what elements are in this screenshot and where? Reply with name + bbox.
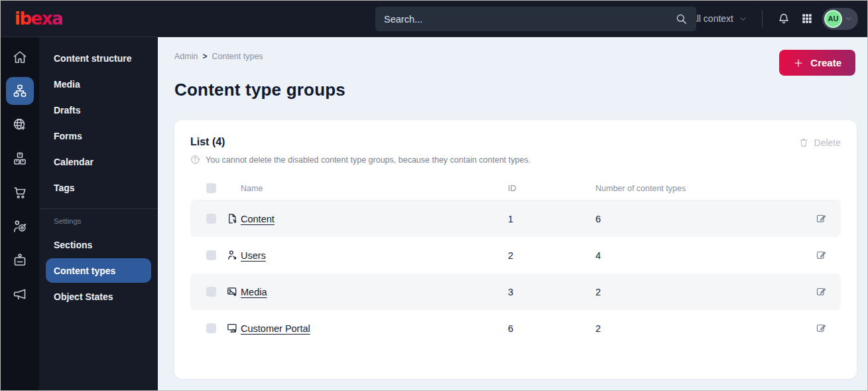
content-tree-icon xyxy=(12,83,28,99)
edit-button[interactable] xyxy=(814,285,841,299)
group-link-content[interactable]: Content xyxy=(241,214,275,224)
ibexa-logo[interactable]: ibexa xyxy=(14,7,75,31)
edit-button[interactable] xyxy=(814,248,841,262)
breadcrumb-current: Content types xyxy=(212,52,263,61)
main-content: Admin > Content types Create Content typ… xyxy=(158,37,867,390)
app-switcher-button[interactable] xyxy=(800,11,814,26)
sidebar-item-calendar[interactable]: Calendar xyxy=(39,149,158,175)
row-checkbox[interactable] xyxy=(206,250,216,260)
plus-icon xyxy=(793,58,804,68)
home-icon xyxy=(12,49,28,65)
sidebar-section-label: Settings xyxy=(39,216,158,232)
ibexa-admin-window: ibexa Site: All context xyxy=(0,0,868,391)
content-file-icon xyxy=(226,212,241,225)
content-type-groups-table: Name ID Number of content types Content … xyxy=(190,177,841,347)
trash-icon xyxy=(798,137,809,148)
group-id: 3 xyxy=(508,287,595,297)
group-link-media[interactable]: Media xyxy=(241,287,267,297)
bell-icon xyxy=(777,12,790,25)
hint-text: You cannot delete the disabled content t… xyxy=(206,155,530,165)
nav-dashboard[interactable] xyxy=(1,40,39,74)
marketing-megaphone-icon xyxy=(12,286,28,302)
group-link-customer-portal[interactable]: Customer Portal xyxy=(241,323,310,334)
row-checkbox[interactable] xyxy=(206,323,216,333)
sidebar-item-media[interactable]: Media xyxy=(39,71,158,97)
create-button-label: Create xyxy=(810,57,841,68)
site-globe-icon xyxy=(12,117,28,133)
edit-button[interactable] xyxy=(814,321,841,335)
breadcrumb: Admin > Content types xyxy=(174,50,857,62)
sidebar-item-content-types[interactable]: Content types xyxy=(46,258,151,283)
top-bar: ibexa Site: All context xyxy=(1,1,867,37)
sidebar-item-tags[interactable]: Tags xyxy=(39,175,158,200)
search-icon xyxy=(675,13,688,25)
customer-portal-icon xyxy=(226,322,241,335)
sidebar-item-forms[interactable]: Forms xyxy=(39,123,158,149)
table-row: Content 1 6 xyxy=(190,200,841,237)
column-header-count: Number of content types xyxy=(595,184,814,193)
content-type-groups-card: List (4) Delete You cannot delete the di… xyxy=(174,120,857,379)
grid-apps-icon xyxy=(801,13,813,25)
page-title: Content type groups xyxy=(174,79,857,100)
nav-marketing[interactable] xyxy=(1,277,39,311)
row-checkbox[interactable] xyxy=(206,214,216,224)
chevron-down-icon xyxy=(845,15,853,23)
table-row: Users 2 4 xyxy=(190,237,841,274)
select-all-checkbox[interactable] xyxy=(206,183,216,193)
table-row: Media 3 2 xyxy=(190,274,841,310)
nav-site[interactable] xyxy=(1,108,39,141)
sidebar-item-sections[interactable]: Sections xyxy=(39,232,158,258)
user-menu[interactable]: AU xyxy=(822,8,858,30)
group-id: 1 xyxy=(508,214,595,224)
nav-commerce[interactable] xyxy=(1,175,39,209)
hint-row: You cannot delete the disabled content t… xyxy=(190,155,841,165)
column-header-id: ID xyxy=(508,184,595,193)
nav-personalization[interactable] xyxy=(1,209,39,243)
top-bar-divider xyxy=(762,10,763,27)
breadcrumb-separator: > xyxy=(202,52,207,61)
cart-icon xyxy=(12,185,28,200)
group-count: 2 xyxy=(595,287,814,297)
column-header-name: Name xyxy=(241,184,508,193)
secondary-sidebar: Content structure Media Drafts Forms Cal… xyxy=(39,37,158,390)
row-checkbox[interactable] xyxy=(206,287,216,297)
breadcrumb-admin[interactable]: Admin xyxy=(174,52,198,61)
list-title: List (4) xyxy=(190,136,841,148)
search-input[interactable] xyxy=(384,14,675,25)
nav-content-active-indicator xyxy=(6,77,34,105)
nav-content[interactable] xyxy=(1,74,39,108)
avatar: AU xyxy=(824,10,842,28)
users-icon xyxy=(226,249,241,262)
group-id: 6 xyxy=(508,323,595,334)
sidebar-divider xyxy=(39,208,158,209)
ibexa-logo-icon: ibexa xyxy=(14,7,75,31)
group-link-users[interactable]: Users xyxy=(241,250,266,261)
admin-badge-icon xyxy=(12,252,28,268)
chevron-down-icon xyxy=(739,15,747,23)
sidebar-item-object-states[interactable]: Object States xyxy=(39,283,158,309)
products-icon xyxy=(12,151,28,167)
notifications-button[interactable] xyxy=(776,11,792,27)
personalization-icon xyxy=(12,218,28,234)
delete-button[interactable]: Delete xyxy=(798,137,841,148)
global-search xyxy=(375,7,696,31)
create-button[interactable]: Create xyxy=(779,50,855,76)
group-id: 2 xyxy=(508,250,595,261)
edit-button[interactable] xyxy=(814,212,841,226)
question-circle-icon xyxy=(190,155,200,165)
svg-text:ibexa: ibexa xyxy=(15,9,62,29)
table-header: Name ID Number of content types xyxy=(190,177,841,200)
sidebar-item-drafts[interactable]: Drafts xyxy=(39,97,158,123)
delete-button-label: Delete xyxy=(814,137,841,148)
sidebar-item-content-structure[interactable]: Content structure xyxy=(39,45,158,71)
group-count: 6 xyxy=(595,214,814,224)
media-image-icon xyxy=(226,285,241,298)
group-count: 4 xyxy=(595,250,814,261)
group-count: 2 xyxy=(595,323,814,334)
nav-admin[interactable] xyxy=(1,243,39,277)
nav-products[interactable] xyxy=(1,141,39,175)
table-row: Customer Portal 6 2 xyxy=(190,310,841,347)
primary-nav-rail xyxy=(1,37,39,390)
